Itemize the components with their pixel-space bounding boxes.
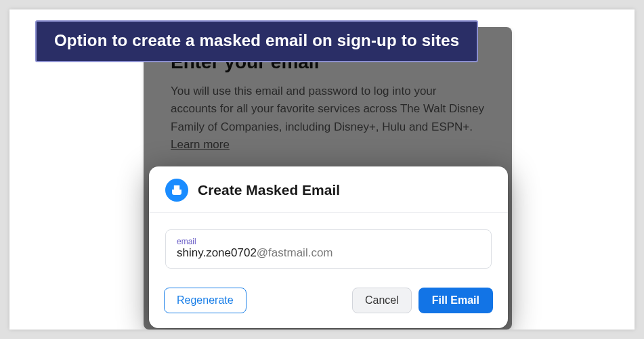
annotation-caption: Option to create a masked email on sign-… — [35, 20, 478, 62]
masked-email-popup: Create Masked Email email shiny.zone0702… — [149, 166, 508, 328]
popup-header: Create Masked Email — [149, 166, 508, 213]
popup-footer: Regenerate Cancel Fill Email — [149, 275, 508, 328]
email-local-part: shiny.zone0702 — [177, 246, 257, 259]
email-field[interactable]: email shiny.zone0702@fastmail.com — [165, 229, 492, 269]
regenerate-button[interactable]: Regenerate — [164, 288, 246, 313]
onepassword-logo-icon — [165, 179, 188, 202]
figure-frame: Enter your email You will use this email… — [9, 9, 635, 330]
cancel-button[interactable]: Cancel — [352, 288, 412, 313]
fill-email-button[interactable]: Fill Email — [418, 288, 493, 313]
popup-body: email shiny.zone0702@fastmail.com — [149, 213, 508, 275]
email-field-label: email — [177, 237, 480, 246]
email-value: shiny.zone0702@fastmail.com — [177, 246, 480, 260]
email-domain-part: @fastmail.com — [257, 246, 333, 259]
popup-title: Create Masked Email — [198, 182, 340, 198]
